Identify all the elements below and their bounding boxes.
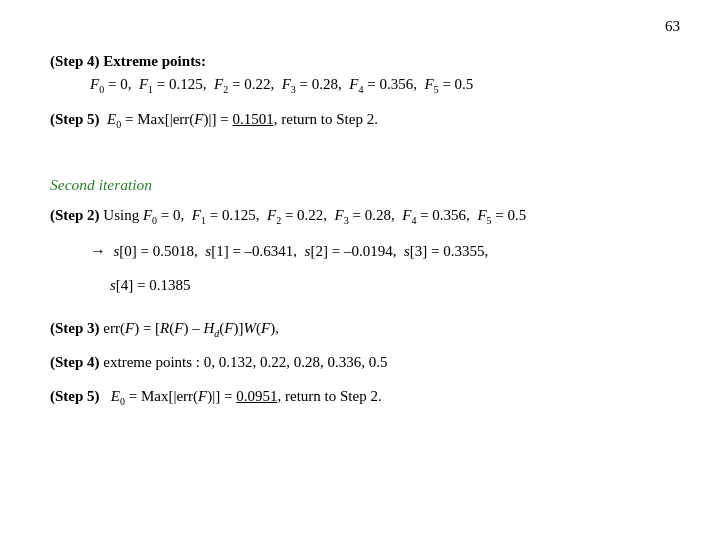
step2-label: (Step 2) xyxy=(50,207,100,223)
step3-block: (Step 3) err(F) = [R(F) – Hd(F)]W(F), xyxy=(50,317,670,342)
step2-s-block: → s[0] = 0.5018, s[1] = –0.6341, s[2] = … xyxy=(90,239,670,264)
step5b-block: (Step 5) E0 = Max[|err(F)|] = 0.0951, re… xyxy=(50,385,670,410)
page-number: 63 xyxy=(665,18,680,35)
step5-end: return to Step 2. xyxy=(281,111,378,127)
page: 63 (Step 4) Extreme points: F0 = 0, F1 =… xyxy=(0,0,720,540)
step4b-block: (Step 4) extreme points : 0, 0.132, 0.22… xyxy=(50,351,670,374)
step2-block: (Step 2) Using F0 = 0, F1 = 0.125, F2 = … xyxy=(50,204,670,229)
step2-using: Using F0 = 0, F1 = 0.125, F2 = 0.22, F3 … xyxy=(103,207,526,223)
step2-s4: s[4] = 0.1385 xyxy=(110,277,191,293)
section-title: Second iteration xyxy=(50,176,670,194)
main-content: (Step 4) Extreme points: F0 = 0, F1 = 0.… xyxy=(50,50,670,409)
step3-label: (Step 3) xyxy=(50,320,100,336)
step5-value: 0.1501, xyxy=(232,111,277,127)
step4-block: (Step 4) Extreme points: F0 = 0, F1 = 0.… xyxy=(50,50,670,98)
step5b-label: (Step 5) xyxy=(50,388,100,404)
arrow-icon: → xyxy=(90,242,106,259)
step4-values: F0 = 0, F1 = 0.125, F2 = 0.22, F3 = 0.28… xyxy=(90,73,670,98)
step5b-value: 0.0951, xyxy=(236,388,281,404)
step5-first-block: (Step 5) E0 = Max[|err(F)|] = 0.1501, re… xyxy=(50,108,670,133)
step5-first-label: (Step 5) xyxy=(50,111,100,127)
step5-e0: E0 xyxy=(103,111,121,127)
step5b-end: return to Step 2. xyxy=(285,388,382,404)
step2-s-values: s[0] = 0.5018, s[1] = –0.6341, s[2] = –0… xyxy=(110,243,488,259)
step4-label: (Step 4) Extreme points: xyxy=(50,53,206,69)
step5b-rest: = Max[|err(F)|] = xyxy=(129,388,236,404)
step4b-text: extreme points : 0, 0.132, 0.22, 0.28, 0… xyxy=(103,354,387,370)
step5-rest: = Max[|err(F)|] = xyxy=(125,111,232,127)
step2-s4-block: s[4] = 0.1385 xyxy=(110,274,670,297)
step4-f-values: F0 = 0, F1 = 0.125, F2 = 0.22, F3 = 0.28… xyxy=(90,76,473,92)
step3-content: err(F) = [R(F) – Hd(F)]W(F), xyxy=(103,320,279,336)
step5b-e0: E0 xyxy=(103,388,125,404)
step4b-label: (Step 4) xyxy=(50,354,100,370)
